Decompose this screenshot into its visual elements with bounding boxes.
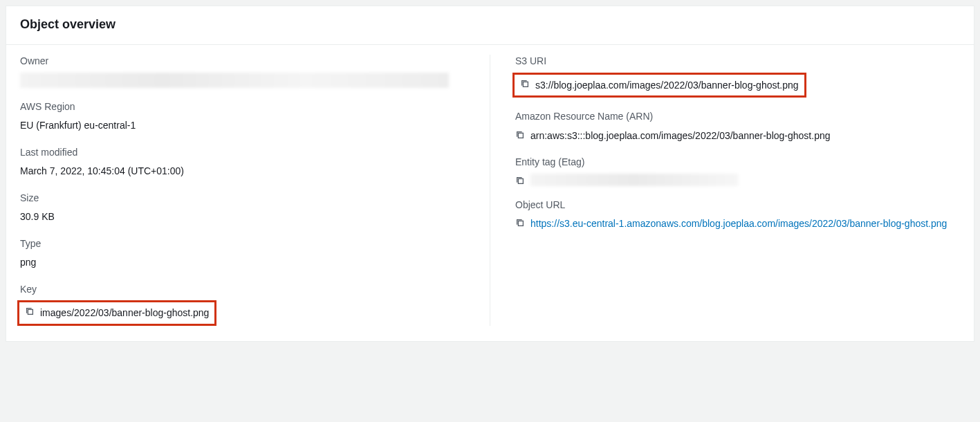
region-label: AWS Region [20,100,465,114]
key-value: images/2022/03/banner-blog-ghost.png [40,305,209,320]
last-modified-field: Last modified March 7, 2022, 10:45:04 (U… [20,146,465,179]
panel-body: Owner AWS Region EU (Frankfurt) eu-centr… [6,45,974,341]
arn-field: Amazon Resource Name (ARN) arn:aws:s3:::… [515,110,960,143]
svg-rect-2 [518,133,523,138]
owner-value [20,73,465,88]
s3uri-field: S3 URI s3://blog.joeplaa.com/images/2022… [515,55,960,98]
s3uri-highlight: s3://blog.joeplaa.com/images/2022/03/ban… [512,73,806,98]
svg-rect-3 [518,178,523,183]
object-overview-panel: Object overview Owner AWS Region EU (Fra… [6,6,974,342]
key-highlight: images/2022/03/banner-blog-ghost.png [17,300,216,325]
key-label: Key [20,283,465,297]
panel-header: Object overview [6,6,974,45]
region-value: EU (Frankfurt) eu-central-1 [20,118,465,133]
left-column: Owner AWS Region EU (Frankfurt) eu-centr… [20,55,490,326]
size-field: Size 30.9 KB [20,192,465,225]
panel-title: Object overview [20,17,960,32]
owner-redacted [20,73,449,88]
object-url-row: https://s3.eu-central-1.amazonaws.com/bl… [515,216,960,231]
svg-rect-1 [523,82,528,86]
arn-value: arn:aws:s3:::blog.joeplaa.com/images/202… [530,128,831,143]
region-field: AWS Region EU (Frankfurt) eu-central-1 [20,100,465,134]
copy-icon[interactable] [515,176,525,185]
svg-rect-4 [518,221,523,226]
object-url-link[interactable]: https://s3.eu-central-1.amazonaws.com/bl… [530,216,947,231]
etag-redacted [530,174,738,186]
arn-label: Amazon Resource Name (ARN) [515,110,960,124]
object-url-field: Object URL https://s3.eu-central-1.amazo… [515,199,960,232]
type-value: png [20,255,465,270]
etag-row [515,174,960,186]
copy-icon[interactable] [515,130,525,140]
s3uri-value: s3://blog.joeplaa.com/images/2022/03/ban… [535,77,799,93]
size-value: 30.9 KB [20,209,465,224]
svg-rect-0 [28,310,33,315]
type-label: Type [20,237,465,251]
copy-icon[interactable] [25,306,35,316]
etag-field: Entity tag (Etag) [515,156,960,186]
last-modified-label: Last modified [20,146,465,160]
object-url-label: Object URL [515,199,960,212]
s3uri-label: S3 URI [515,55,960,68]
key-field: Key images/2022/03/banner-blog-ghost.png [20,283,465,326]
right-column: S3 URI s3://blog.joeplaa.com/images/2022… [490,55,960,326]
copy-icon[interactable] [515,218,525,228]
last-modified-value: March 7, 2022, 10:45:04 (UTC+01:00) [20,163,465,178]
etag-label: Entity tag (Etag) [515,156,960,169]
copy-icon[interactable] [520,79,530,89]
owner-field: Owner [20,55,465,88]
size-label: Size [20,192,465,205]
owner-label: Owner [20,55,465,68]
type-field: Type png [20,237,465,270]
arn-row: arn:aws:s3:::blog.joeplaa.com/images/202… [515,128,960,143]
